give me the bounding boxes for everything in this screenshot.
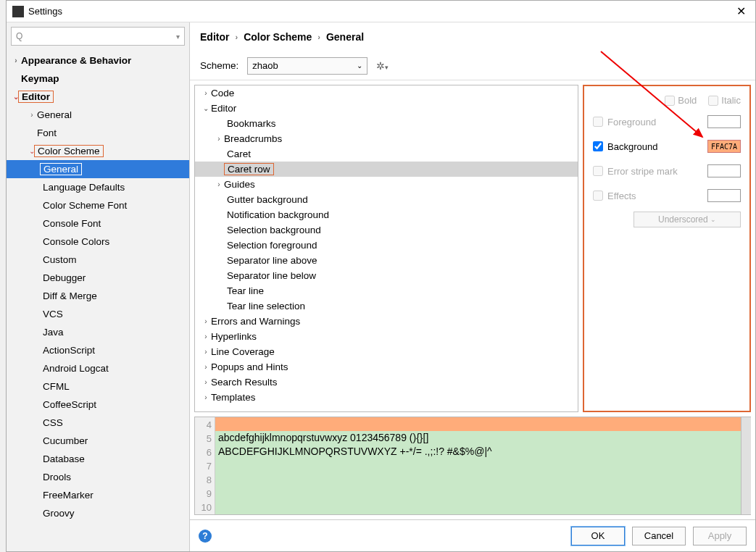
sidebar-item-cs-db[interactable]: Database <box>7 450 189 468</box>
sidebar-item-font[interactable]: Font <box>7 124 189 142</box>
preview-line-5: abcdefghijklmnopqrstuvwxyz 0123456789 ()… <box>215 431 750 445</box>
main-panel: Editor › Color Scheme › General Scheme: … <box>190 22 755 551</box>
apply-button[interactable]: Apply <box>693 527 747 545</box>
sidebar-item-cs-general[interactable]: General <box>7 160 189 178</box>
sidebar-item-cs-vcs[interactable]: VCS <box>7 305 189 323</box>
sidebar-item-cs-langdef[interactable]: Language Defaults <box>7 178 189 196</box>
breadcrumb-general: General <box>326 31 364 43</box>
preview-marker-strip <box>741 417 751 514</box>
close-icon[interactable]: ✕ <box>732 3 749 20</box>
gear-icon[interactable]: ✲▾ <box>376 60 389 72</box>
sidebar-item-cs-java[interactable]: Java <box>7 323 189 341</box>
sidebar-item-cs-debugger[interactable]: Debugger <box>7 269 189 287</box>
category-tree: ›Code ⌄Editor Bookmarks ›Breadcrumbs Car… <box>194 85 578 412</box>
sidebar-item-cs-font[interactable]: Color Scheme Font <box>7 196 189 214</box>
cat-code[interactable]: ›Code <box>195 85 578 101</box>
app-icon <box>12 6 24 17</box>
sidebar-item-cs-drools[interactable]: Drools <box>7 468 189 486</box>
sidebar-tree: ›Appearance & Behavior Keymap ⌄Editor ›G… <box>7 50 189 551</box>
properties-panel: Bold Italic Foreground Background FFAC7A… <box>583 85 751 412</box>
cat-sepabove[interactable]: Separator line above <box>195 253 578 268</box>
cat-tearlinesel[interactable]: Tear line selection <box>195 298 578 314</box>
sidebar-item-cs-freemarker[interactable]: FreeMarker <box>7 486 189 504</box>
cat-bookmarks[interactable]: Bookmarks <box>195 116 578 131</box>
preview-line-6: ABCDEFGHIJKLMNOPQRSTUVWXYZ +-*/= .,;:!? … <box>215 445 750 459</box>
foreground-swatch[interactable] <box>707 115 741 128</box>
cat-selbg[interactable]: Selection background <box>195 222 578 238</box>
cat-caretrow[interactable]: Caret row <box>195 162 578 177</box>
sidebar-item-cs-cucumber[interactable]: Cucumber <box>7 432 189 450</box>
errorstripe-swatch[interactable] <box>707 164 741 177</box>
cat-errors[interactable]: ›Errors and Warnings <box>195 314 578 329</box>
sidebar-item-color-scheme[interactable]: ⌄Color Scheme <box>7 142 189 160</box>
background-swatch[interactable]: FFAC7A <box>707 140 741 153</box>
sidebar-item-general[interactable]: ›General <box>7 106 189 124</box>
scheme-row: Scheme: zhaob⌄ ✲▾ <box>190 51 755 80</box>
sidebar-item-appearance[interactable]: ›Appearance & Behavior <box>7 51 189 70</box>
sidebar-item-keymap[interactable]: Keymap <box>7 70 189 88</box>
ok-button[interactable]: OK <box>571 527 625 545</box>
breadcrumb: Editor › Color Scheme › General <box>190 22 755 51</box>
breadcrumb-colorscheme[interactable]: Color Scheme <box>244 31 312 43</box>
sidebar-item-cs-consolefont[interactable]: Console Font <box>7 214 189 233</box>
chevron-right-icon: › <box>235 33 238 41</box>
preview-gutter: 456 78910 <box>195 417 215 514</box>
bold-checkbox[interactable]: Bold <box>665 95 697 106</box>
errorstripe-checkbox[interactable]: Error stripe mark <box>593 166 678 177</box>
effect-type-select[interactable]: Underscored ⌄ <box>634 212 741 227</box>
sidebar-item-cs-android[interactable]: Android Logcat <box>7 359 189 377</box>
chevron-down-icon: ▾ <box>176 33 180 41</box>
italic-checkbox[interactable]: Italic <box>708 95 741 106</box>
cat-selfg[interactable]: Selection foreground <box>195 238 578 253</box>
cat-editor[interactable]: ⌄Editor <box>195 101 578 116</box>
sidebar-item-cs-custom[interactable]: Custom <box>7 251 189 269</box>
sidebar-item-cs-css[interactable]: CSS <box>7 414 189 432</box>
foreground-checkbox[interactable]: Foreground <box>593 117 656 127</box>
settings-dialog: Settings ✕ Q ▾ ›Appearance & Behavior Ke… <box>6 0 756 552</box>
preview-line-7 <box>215 459 750 472</box>
scheme-select[interactable]: zhaob⌄ <box>247 57 367 75</box>
sidebar-item-cs-groovy[interactable]: Groovy <box>7 504 189 522</box>
button-bar: ? OK Cancel Apply <box>190 519 755 551</box>
sidebar-item-editor[interactable]: ⌄Editor <box>7 88 189 106</box>
breadcrumb-editor[interactable]: Editor <box>200 31 229 43</box>
cat-caret[interactable]: Caret <box>195 146 578 162</box>
cancel-button[interactable]: Cancel <box>632 527 686 545</box>
preview-line-10 <box>215 500 750 514</box>
sidebar-item-cs-cfml[interactable]: CFML <box>7 377 189 396</box>
search-input[interactable] <box>25 31 176 41</box>
sidebar-item-cs-diff[interactable]: Diff & Merge <box>7 287 189 305</box>
preview-line-8 <box>215 472 750 486</box>
cat-popups[interactable]: ›Popups and Hints <box>195 359 578 375</box>
cat-breadcrumbs[interactable]: ›Breadcrumbs <box>195 131 578 146</box>
titlebar: Settings ✕ <box>7 1 755 22</box>
cat-hyperlinks[interactable]: ›Hyperlinks <box>195 329 578 344</box>
sidebar-item-cs-coffee[interactable]: CoffeeScript <box>7 396 189 414</box>
cat-linecov[interactable]: ›Line Coverage <box>195 344 578 359</box>
cat-tearline[interactable]: Tear line <box>195 283 578 298</box>
window-title: Settings <box>28 6 62 17</box>
settings-sidebar: Q ▾ ›Appearance & Behavior Keymap ⌄Edito… <box>7 22 190 551</box>
preview-line-4 <box>215 417 750 431</box>
cat-notifbg[interactable]: Notification background <box>195 207 578 222</box>
cat-guides[interactable]: ›Guides <box>195 177 578 192</box>
cat-sepbelow[interactable]: Separator line below <box>195 268 578 283</box>
search-box[interactable]: Q ▾ <box>11 27 185 46</box>
background-checkbox[interactable]: Background <box>593 141 657 152</box>
sidebar-item-cs-consolecolors[interactable]: Console Colors <box>7 233 189 251</box>
help-icon[interactable]: ? <box>199 530 212 543</box>
search-icon: Q <box>16 31 22 41</box>
chevron-down-icon: ⌄ <box>710 216 716 223</box>
preview-line-9 <box>215 486 750 500</box>
cat-gutterbg[interactable]: Gutter background <box>195 192 578 207</box>
chevron-right-icon: › <box>317 33 320 41</box>
effects-swatch[interactable] <box>707 189 741 202</box>
cat-templates[interactable]: ›Templates <box>195 390 578 405</box>
preview-editor[interactable]: 456 78910 abcdefghijklmnopqrstuvwxyz 012… <box>194 417 751 515</box>
sidebar-item-cs-as[interactable]: ActionScript <box>7 341 189 359</box>
cat-search[interactable]: ›Search Results <box>195 375 578 390</box>
effects-checkbox[interactable]: Effects <box>593 191 636 201</box>
scheme-label: Scheme: <box>200 60 238 71</box>
chevron-down-icon: ⌄ <box>357 62 362 70</box>
